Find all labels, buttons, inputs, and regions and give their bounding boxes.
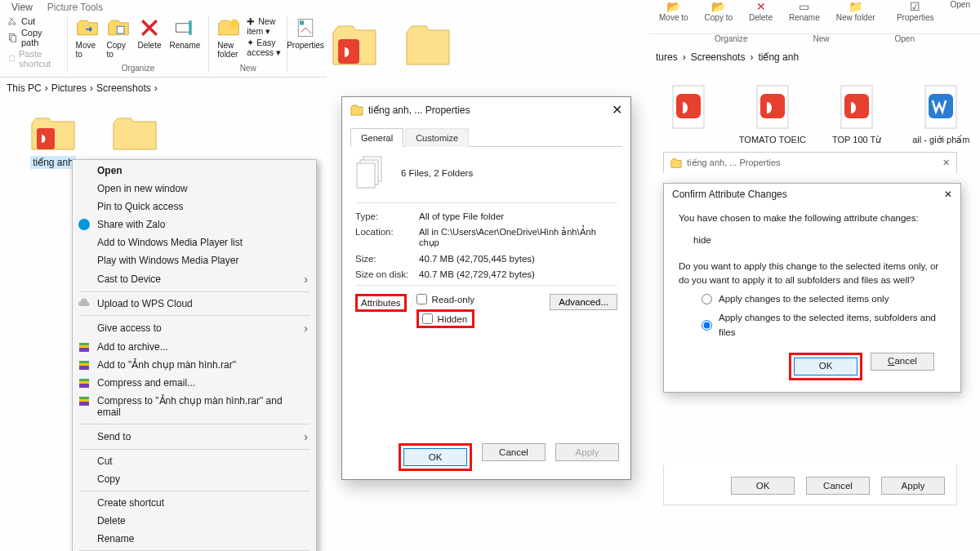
file-item[interactable] [654,82,722,145]
file-item[interactable]: TOP 100 Từ [823,82,891,145]
attributes-label: Attributes [355,294,407,312]
radio-subfolders[interactable]: Apply changes to the selected items, sub… [702,311,946,340]
breadcrumb-segment[interactable]: Screenshots [96,82,151,94]
rename-icon [173,16,196,39]
folder-icon [670,158,682,169]
svg-rect-7 [189,20,193,35]
cm-cut[interactable]: Cut [73,452,316,470]
new-folder-icon: 📁 [849,0,862,13]
winrar-icon [78,394,91,407]
breadcrumb-segment[interactable]: This PC [7,82,42,94]
paste-shortcut-button[interactable]: Paste shortcut [8,49,62,69]
cm-add-wmp-list[interactable]: Add to Windows Media Player list [73,233,316,251]
cm-cast-to-device[interactable]: Cast to Device [73,269,316,289]
cm-create-shortcut[interactable]: Create shortcut [73,494,316,512]
cm-open-new-window[interactable]: Open in new window [73,180,316,198]
file-item[interactable]: TOMATO TOEIC [738,82,806,145]
cm-give-access[interactable]: Give access to [73,318,316,338]
ribbon: View Picture Tools Cut Copy path Paste s… [0,0,327,78]
properties-icon [294,16,317,39]
svg-point-8 [230,20,239,29]
radio-selected-only[interactable]: Apply changes to the selected items only [702,292,946,306]
dialog-titlebar: Confirm Attribute Changes ✕ [664,184,960,205]
folder-icon[interactable] [403,21,452,70]
svg-rect-32 [760,94,785,118]
file-item[interactable]: ail - giới phẩm [907,82,975,145]
delete-button[interactable]: Delete [135,16,165,59]
breadcrumb-segment[interactable]: Pictures [51,82,87,94]
ribbon-group-open: Properties [287,16,323,72]
ok-button[interactable]: OK [731,477,795,495]
file-pane-right[interactable]: TOMATO TOEIC TOP 100 Từ ail - giới phẩm [649,68,980,150]
cm-pin-quick-access[interactable]: Pin to Quick access [73,198,316,216]
svg-rect-3 [11,36,16,42]
new-folder-button[interactable]: New folder [214,16,243,59]
move-to-button[interactable]: 📂Move to [654,0,693,33]
pdf-folder-icon[interactable] [330,21,379,70]
breadcrumb-segment[interactable]: tures [656,51,678,63]
readonly-checkbox[interactable]: Read-only [416,294,474,304]
cm-compress-rar-email[interactable]: Compress to "Ảnh chụp màn hình.rar" and … [73,392,316,421]
hidden-checkbox[interactable]: Hidden [422,313,469,324]
tab-picture-tools[interactable]: Picture Tools [47,2,103,13]
new-folder-button[interactable]: 📁New folder [831,0,880,33]
cm-play-wmp[interactable]: Play with Windows Media Player [73,251,316,269]
close-button[interactable]: ✕ [942,158,950,168]
properties-dialog-buttons: OK Cancel Apply [663,465,957,505]
breadcrumb-segment[interactable]: tiếng anh [758,51,799,63]
svg-rect-24 [79,399,89,402]
properties-button[interactable]: ☑Properties [892,0,939,33]
copy-to-icon [107,16,130,39]
explorer-window-left: View Picture Tools Cut Copy path Paste s… [0,0,327,551]
cancel-button[interactable]: Cancel [806,477,870,495]
apply-button[interactable]: Apply [881,477,945,495]
cm-delete[interactable]: Delete [73,512,316,530]
context-menu-separator [79,491,310,491]
svg-rect-11 [37,128,55,149]
close-button[interactable]: ✕ [612,102,622,118]
breadcrumb[interactable]: This PC› Pictures› Screenshots› [0,78,327,99]
ok-button[interactable]: OK [403,448,467,466]
copy-to-button[interactable]: 📂Copy to [700,0,737,33]
cut-button[interactable]: Cut [8,16,62,26]
context-menu-separator [79,449,310,450]
tab-customize[interactable]: Customize [405,128,469,147]
cm-open[interactable]: Open [73,162,316,180]
move-to-icon: 📂 [666,0,680,13]
tab-general[interactable]: General [350,128,403,147]
cancel-button[interactable]: Cancel [482,443,546,461]
delete-button[interactable]: ✕Delete [744,0,777,33]
ribbon-group-label: New [209,64,287,73]
advanced-button[interactable]: Advanced... [550,294,617,310]
breadcrumb-segment[interactable]: Screenshots [691,51,746,63]
tab-view[interactable]: View [11,2,33,13]
new-item-button[interactable]: 🞣 New item ▾ [247,16,282,36]
context-menu-separator [79,424,310,424]
copy-path-button[interactable]: Copy path [8,28,62,47]
cancel-button[interactable]: Cancel [871,353,934,371]
ok-button[interactable]: OK [794,358,858,375]
cm-share-zalo[interactable]: Share with Zalo [73,216,316,233]
cm-add-rar[interactable]: Add to "Ảnh chụp màn hình.rar" [73,356,316,374]
copy-to-button[interactable]: Copy to [104,16,133,59]
cm-add-archive[interactable]: Add to archive... [73,338,316,356]
cm-upload-wps[interactable]: Upload to WPS Cloud [73,295,316,313]
svg-rect-21 [79,381,89,384]
dialog-button-row: OK Cancel Apply [342,432,630,479]
cm-compress-email[interactable]: Compress and email... [73,374,316,392]
move-to-button[interactable]: Move to [73,16,102,59]
apply-button[interactable]: Apply [555,443,619,461]
cm-copy[interactable]: Copy [73,470,316,488]
cm-rename[interactable]: Rename [73,530,316,548]
cm-send-to[interactable]: Send to [73,427,316,447]
ribbon-group-label: Open [895,34,915,43]
easy-access-button[interactable]: ✦ Easy access ▾ [247,38,282,57]
svg-rect-4 [10,56,15,61]
breadcrumb[interactable]: tures› Screenshots› tiếng anh [649,47,980,68]
properties-ribbon-button[interactable]: Properties [283,16,327,50]
ribbon-tabs: View Picture Tools [0,0,327,15]
properties-icon: ☑ [910,0,920,13]
close-button[interactable]: ✕ [944,189,952,200]
rename-button[interactable]: ▭Rename [784,0,825,33]
rename-button[interactable]: Rename [166,16,203,59]
